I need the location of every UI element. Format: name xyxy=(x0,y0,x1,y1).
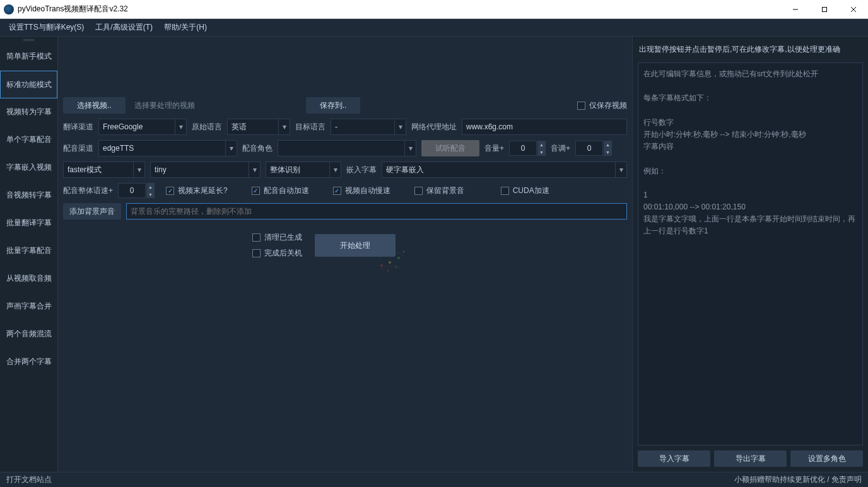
subtitle-panel: 出现暂停按钮并点击暂停后,可在此修改字幕,以便处理更准确 在此可编辑字幕信息，或… xyxy=(632,37,868,472)
menu-tts-keys[interactable]: 设置TTS与翻译Key(S) xyxy=(5,20,88,35)
overall-speed-spinner[interactable]: ▲▼ xyxy=(118,183,155,198)
proxy-input[interactable] xyxy=(462,119,627,135)
overall-speed-label: 配音整体语速+ xyxy=(63,185,113,196)
svg-point-10 xyxy=(387,270,389,272)
dub-channel-label: 配音渠道 xyxy=(63,143,93,154)
sidebar-item-7[interactable]: 批量字幕配音 xyxy=(0,237,57,265)
menu-bar: 设置TTS与翻译Key(S) 工具/高级设置(T) 帮助/关于(H) xyxy=(0,19,868,37)
target-lang-label: 目标语言 xyxy=(295,122,326,132)
select-video-button[interactable]: 选择视频.. xyxy=(63,97,126,114)
cuda-checkbox[interactable]: CUDA加速 xyxy=(501,185,549,196)
source-lang-label: 原始语言 xyxy=(192,122,222,132)
menu-help[interactable]: 帮助/关于(H) xyxy=(160,20,211,35)
embed-subtitle-select[interactable]: 硬字幕嵌入▾ xyxy=(382,161,627,178)
extend-tail-checkbox[interactable]: 视频末尾延长? xyxy=(166,185,228,196)
save-to-button[interactable]: 保存到.. xyxy=(306,97,361,114)
sidebar-grip[interactable]: ══ xyxy=(0,37,57,43)
dub-channel-select[interactable]: edgeTTS▾ xyxy=(98,140,237,156)
add-bg-sound-button[interactable]: 添加背景声音 xyxy=(63,203,121,220)
auto-speed-checkbox[interactable]: 配音自动加速 xyxy=(252,185,309,196)
subtitle-editor[interactable]: 在此可编辑字幕信息，或拖动已有srt文件到此处松开 每条字幕格式如下： 行号数字… xyxy=(638,62,863,445)
only-save-video-checkbox[interactable]: 仅保存视频 xyxy=(577,100,627,111)
sidebar-item-8[interactable]: 从视频取音频 xyxy=(0,265,57,293)
translate-channel-select[interactable]: FreeGoogle▾ xyxy=(98,119,187,135)
maximize-button[interactable] xyxy=(810,0,839,19)
preview-dub-button[interactable]: 试听配音 xyxy=(421,140,479,156)
select-video-hint: 选择要处理的视频 xyxy=(134,100,195,111)
model-size-select[interactable]: tiny▾ xyxy=(150,161,261,178)
dub-role-label: 配音角色 xyxy=(242,143,273,154)
svg-point-8 xyxy=(380,264,383,267)
pitch-spinner[interactable]: ▲▼ xyxy=(575,141,612,156)
sidebar-item-6[interactable]: 批量翻译字幕 xyxy=(0,209,57,237)
minimize-button[interactable] xyxy=(781,0,810,19)
keep-bg-checkbox[interactable]: 保留背景音 xyxy=(414,185,464,196)
svg-rect-1 xyxy=(823,7,827,11)
bg-music-path-input[interactable] xyxy=(126,203,627,220)
sidebar-item-2[interactable]: 视频转为字幕 xyxy=(0,98,57,126)
only-save-video-label: 仅保存视频 xyxy=(589,100,627,111)
window-title: pyVideoTrans视频翻译配音v2.32 xyxy=(18,4,781,15)
sidebar-item-4[interactable]: 字幕嵌入视频 xyxy=(0,154,57,182)
source-lang-select[interactable]: 英语▾ xyxy=(227,119,290,135)
target-lang-select[interactable]: -▾ xyxy=(331,119,406,135)
multirole-button[interactable]: 设置多角色 xyxy=(790,450,863,467)
volume-spinner[interactable]: ▲▼ xyxy=(509,141,546,156)
svg-point-6 xyxy=(389,261,391,264)
docs-link[interactable]: 打开文档站点 xyxy=(6,474,52,485)
shutdown-after-checkbox[interactable]: 完成后关机 xyxy=(252,248,302,259)
clean-generated-checkbox[interactable]: 清理已生成 xyxy=(252,232,302,243)
mode-select[interactable]: faster模式▾ xyxy=(63,161,145,178)
sidebar-item-1[interactable]: 标准功能模式 xyxy=(0,71,57,98)
sidebar-item-9[interactable]: 声画字幕合并 xyxy=(0,293,57,320)
main-panel: 选择视频.. 选择要处理的视频 保存到.. 仅保存视频 翻译渠道 FreeGoo… xyxy=(58,37,632,472)
close-button[interactable] xyxy=(839,0,868,19)
status-bar: 打开文档站点 小额捐赠帮助持续更新优化 / 免责声明 xyxy=(0,472,868,487)
embed-subtitle-label: 嵌入字幕 xyxy=(346,165,377,175)
app-icon xyxy=(4,4,14,15)
title-bar: pyVideoTrans视频翻译配音v2.32 xyxy=(0,0,868,19)
sidebar-item-3[interactable]: 单个字幕配音 xyxy=(0,126,57,154)
import-subtitle-button[interactable]: 导入字幕 xyxy=(638,450,710,467)
sidebar-item-5[interactable]: 音视频转字幕 xyxy=(0,182,57,209)
proxy-label: 网络代理地址 xyxy=(411,122,457,132)
sidebar-item-11[interactable]: 合并两个字幕 xyxy=(0,348,57,376)
sidebar-item-0[interactable]: 简单新手模式 xyxy=(0,43,57,71)
svg-point-11 xyxy=(396,266,397,268)
menu-tools[interactable]: 工具/高级设置(T) xyxy=(91,20,156,35)
export-subtitle-button[interactable]: 导出字幕 xyxy=(714,450,787,467)
window-controls xyxy=(781,0,868,19)
dub-role-select[interactable]: ▾ xyxy=(278,140,416,156)
volume-label: 音量+ xyxy=(484,143,504,154)
auto-slow-checkbox[interactable]: 视频自动慢速 xyxy=(333,185,390,196)
sidebar: ══ 简单新手模式标准功能模式视频转为字幕单个字幕配音字幕嵌入视频音视频转字幕批… xyxy=(0,37,58,472)
start-processing-button[interactable]: 开始处理 xyxy=(315,234,396,257)
donate-link[interactable]: 小额捐赠帮助持续更新优化 / 免责声明 xyxy=(734,474,862,485)
sidebar-item-10[interactable]: 两个音频混流 xyxy=(0,320,57,348)
translate-channel-label: 翻译渠道 xyxy=(63,122,93,132)
recognize-select[interactable]: 整体识别▾ xyxy=(266,161,341,178)
pitch-label: 音调+ xyxy=(551,143,570,154)
subtitle-panel-header: 出现暂停按钮并点击暂停后,可在此修改字幕,以便处理更准确 xyxy=(638,42,863,57)
